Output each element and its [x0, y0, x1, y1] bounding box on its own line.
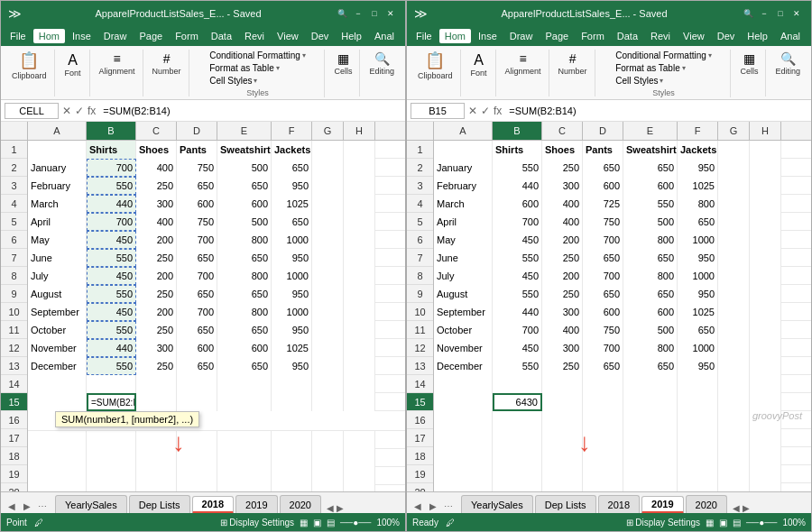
cell-e2[interactable]: 500 — [217, 159, 272, 177]
cell-c11[interactable]: 250 — [136, 321, 177, 339]
cell-b1[interactable]: Shirts — [87, 141, 136, 159]
cell-g10r[interactable] — [718, 303, 750, 321]
cell-h10r[interactable] — [750, 303, 781, 321]
cell-h9[interactable] — [344, 285, 375, 303]
cell-a13[interactable]: December — [28, 357, 87, 375]
cell-e4r[interactable]: 550 — [623, 195, 678, 213]
cell-h3[interactable] — [344, 177, 375, 195]
zoom-slider-right[interactable]: ──●── — [746, 518, 777, 527]
cell-f8[interactable]: 1000 — [272, 267, 312, 285]
row-header-6[interactable]: 6 — [1, 231, 27, 249]
cell-b3r[interactable]: 440 — [493, 177, 542, 195]
cell-d1[interactable]: Pants — [177, 141, 217, 159]
cancel-formula-right[interactable]: ✕ — [468, 105, 477, 117]
cell-g13r[interactable] — [718, 357, 750, 375]
cell-b3[interactable]: 550 — [87, 177, 136, 195]
menu-view-right[interactable]: View — [678, 29, 710, 43]
cell-h4[interactable] — [344, 195, 375, 213]
col-header-g-right[interactable]: G — [718, 122, 750, 140]
cell-f15[interactable] — [272, 393, 312, 411]
cell-a3[interactable]: February — [28, 177, 87, 195]
cell-a11r[interactable]: October — [434, 321, 493, 339]
cell-a12r[interactable]: November — [434, 339, 493, 357]
cell-b9r[interactable]: 550 — [493, 285, 542, 303]
cell-f7[interactable]: 950 — [272, 249, 312, 267]
cell-b4[interactable]: 440 — [87, 195, 136, 213]
cell-g5[interactable] — [312, 213, 344, 231]
cell-d12r[interactable]: 700 — [583, 339, 623, 357]
cell-f11r[interactable]: 650 — [678, 321, 718, 339]
cell-g3r[interactable] — [718, 177, 750, 195]
cell-d15r[interactable] — [583, 393, 623, 411]
cell-a3r[interactable]: February — [434, 177, 493, 195]
cell-f3r[interactable]: 1025 — [678, 177, 718, 195]
cell-h14[interactable] — [344, 375, 375, 393]
col-header-d-right[interactable]: D — [583, 122, 623, 140]
cells-btn[interactable]: ▦ Cells — [330, 50, 355, 78]
cell-d11r[interactable]: 750 — [583, 321, 623, 339]
cell-a2r[interactable]: January — [434, 159, 493, 177]
cell-d13r[interactable]: 650 — [583, 357, 623, 375]
cell-h1[interactable] — [344, 141, 375, 159]
cell-h1r[interactable] — [750, 141, 781, 159]
cell-h2[interactable] — [344, 159, 375, 177]
tab-2020-left[interactable]: 2020 — [280, 495, 321, 513]
cell-c8[interactable]: 200 — [136, 267, 177, 285]
cell-g4r[interactable] — [718, 195, 750, 213]
cell-c13r[interactable]: 250 — [542, 357, 583, 375]
cell-c5r[interactable]: 400 — [542, 213, 583, 231]
menu-review-right[interactable]: Revi — [645, 29, 676, 43]
cell-d12[interactable]: 600 — [177, 339, 217, 357]
cell-f10r[interactable]: 1025 — [678, 303, 718, 321]
cell-c5[interactable]: 400 — [136, 213, 177, 231]
row-header-16[interactable]: 16 — [1, 411, 27, 429]
cell-e12r[interactable]: 800 — [623, 339, 678, 357]
cell-f6[interactable]: 1000 — [272, 231, 312, 249]
cell-c14[interactable] — [136, 375, 177, 393]
cell-d15[interactable] — [177, 393, 217, 411]
row-header-20[interactable]: 20 — [1, 483, 27, 491]
cell-a5r[interactable]: April — [434, 213, 493, 231]
cell-f12r[interactable]: 1000 — [678, 339, 718, 357]
cell-b7[interactable]: 550 — [87, 249, 136, 267]
cell-d6r[interactable]: 700 — [583, 231, 623, 249]
rh-9r[interactable]: 9 — [407, 285, 433, 303]
editing-btn[interactable]: 🔍 Editing — [365, 50, 398, 78]
tab-add-right[interactable]: ⋯ — [441, 499, 456, 513]
col-header-e[interactable]: E — [217, 122, 272, 140]
cell-b4r[interactable]: 600 — [493, 195, 542, 213]
row-header-12[interactable]: 12 — [1, 339, 27, 357]
insert-function[interactable]: fx — [88, 105, 96, 117]
row-header-9[interactable]: 9 — [1, 285, 27, 303]
search-btn-right[interactable]: 🔍 — [741, 6, 755, 21]
cell-c13[interactable]: 250 — [136, 357, 177, 375]
cell-c7[interactable]: 250 — [136, 249, 177, 267]
cell-a4r[interactable]: March — [434, 195, 493, 213]
cell-c15r[interactable] — [542, 393, 583, 411]
cell-e1r[interactable]: Sweatshirts — [623, 141, 678, 159]
tab-prev-right[interactable]: ◀ — [411, 499, 425, 513]
cell-e8r[interactable]: 800 — [623, 267, 678, 285]
cell-b10r[interactable]: 440 — [493, 303, 542, 321]
col-header-g[interactable]: G — [312, 122, 344, 140]
col-header-e-right[interactable]: E — [623, 122, 678, 140]
cell-e10[interactable]: 800 — [217, 303, 272, 321]
cell-a12[interactable]: November — [28, 339, 87, 357]
rh-1r[interactable]: 1 — [407, 141, 433, 159]
insert-function-right[interactable]: fx — [494, 105, 502, 117]
cell-d7[interactable]: 650 — [177, 249, 217, 267]
col-header-c[interactable]: C — [136, 122, 177, 140]
cell-a6[interactable]: May — [28, 231, 87, 249]
cell-e6r[interactable]: 800 — [623, 231, 678, 249]
cell-e12[interactable]: 600 — [217, 339, 272, 357]
cell-e3[interactable]: 650 — [217, 177, 272, 195]
cell-g8r[interactable] — [718, 267, 750, 285]
rh-16r[interactable]: 16 — [407, 411, 433, 429]
font-btn-right[interactable]: A Font — [466, 50, 492, 79]
menu-draw-right[interactable]: Draw — [504, 29, 539, 43]
cell-a2[interactable]: January — [28, 159, 87, 177]
cell-a7[interactable]: June — [28, 249, 87, 267]
tab-add-left[interactable]: ⋯ — [35, 499, 50, 513]
cell-g6r[interactable] — [718, 231, 750, 249]
cell-g13[interactable] — [312, 357, 344, 375]
